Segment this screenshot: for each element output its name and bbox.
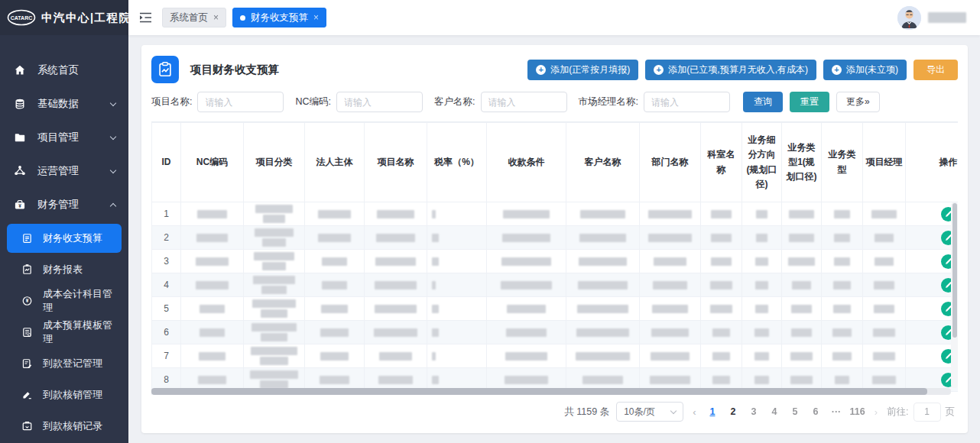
redacted-value <box>375 305 417 313</box>
budget-card: 项目财务收支预算 +添加(正常按月填报)+添加(已立项,预算月无收入,有成本)+… <box>141 45 968 433</box>
svg-text:CATARC: CATARC <box>11 15 33 21</box>
menu-fold-icon[interactable] <box>139 12 152 23</box>
search-button[interactable]: 查询 <box>743 92 783 112</box>
redacted-cell <box>640 273 701 297</box>
goto-page-input[interactable] <box>913 403 941 422</box>
redacted-cell <box>305 344 365 368</box>
redacted-value <box>376 234 415 242</box>
filter-fields: 项目名称:NC编码:客户名称:市场经理名称: <box>151 92 741 112</box>
redacted-value <box>198 376 226 384</box>
add-button-2[interactable]: +添加(已立项,预算月无收入,有成本) <box>645 60 816 80</box>
sidebar-subitem-coin[interactable]: ¥成本会计科目管理 <box>7 286 122 315</box>
chevron-down-icon <box>110 167 116 173</box>
verify-icon <box>21 390 33 401</box>
brand-logo: CATARC 中汽中心|工程院 <box>0 0 128 35</box>
close-icon[interactable]: × <box>213 13 219 22</box>
redacted-cell <box>701 344 742 368</box>
avatar[interactable] <box>897 6 921 30</box>
filter-input-1[interactable] <box>197 92 284 112</box>
ellipsis-more-pages[interactable]: ··· <box>829 406 844 417</box>
redacted-cell <box>244 202 305 226</box>
sidebar-item-home[interactable]: 系统首页 <box>0 53 128 87</box>
redacted-value <box>791 305 812 313</box>
tab-inactive[interactable]: 系统首页× <box>162 8 226 27</box>
redacted-value <box>789 210 813 218</box>
redacted-value <box>833 281 851 289</box>
redacted-value <box>322 281 348 289</box>
redacted-cell <box>863 321 906 344</box>
redacted-value <box>755 281 768 289</box>
redacted-cell <box>305 321 365 344</box>
next-page-button[interactable]: › <box>872 406 880 418</box>
close-icon[interactable]: × <box>313 13 319 22</box>
add-button-3[interactable]: +添加(未立项) <box>823 60 907 80</box>
redacted-cell <box>822 250 863 273</box>
report-icon <box>21 264 33 276</box>
page-number-3[interactable]: 3 <box>747 406 761 417</box>
redacted-cell <box>782 273 822 297</box>
export-button[interactable]: 导出 <box>913 60 958 80</box>
reset-button[interactable]: 重置 <box>790 92 829 112</box>
vertical-scrollbar-thumb[interactable] <box>952 203 957 338</box>
redacted-cell <box>742 297 782 321</box>
page-number-5[interactable]: 5 <box>788 406 803 417</box>
redacted-cell <box>427 297 487 321</box>
page-number-1[interactable]: 1 <box>706 406 720 417</box>
redacted-cell <box>822 344 863 368</box>
prev-page-button[interactable]: ‹ <box>690 406 698 418</box>
page-number-6[interactable]: 6 <box>809 406 823 417</box>
redacted-value <box>502 234 550 242</box>
redacted-cell <box>701 226 742 250</box>
redacted-cell <box>701 273 742 297</box>
redacted-value <box>788 257 815 266</box>
redacted-cell <box>365 202 427 226</box>
filter-input-3[interactable] <box>481 92 567 112</box>
page-number-4[interactable]: 4 <box>767 406 782 417</box>
tab-active[interactable]: 财务收支预算× <box>232 8 326 27</box>
redacted-value <box>834 234 850 242</box>
redacted-value <box>791 328 813 337</box>
redacted-value <box>260 357 287 365</box>
sidebar-item-folder[interactable]: 项目管理 <box>0 121 128 154</box>
redacted-value <box>320 376 349 384</box>
redacted-value <box>262 262 287 270</box>
horizontal-scrollbar[interactable] <box>151 388 951 395</box>
redacted-value <box>582 376 623 384</box>
sidebar-subitem-label: 到款核销记录 <box>43 419 102 433</box>
redacted-cell <box>701 202 742 226</box>
redacted-cell <box>305 202 365 226</box>
sidebar-item-network[interactable]: 运营管理 <box>0 154 128 188</box>
redacted-value <box>322 257 347 266</box>
redacted-value <box>874 305 895 313</box>
column-header: ID <box>152 123 181 202</box>
table-row: 6 <box>152 321 959 344</box>
sidebar-subitem-register[interactable]: 到款登记管理 <box>7 349 122 378</box>
table-row: 5 <box>152 297 959 321</box>
page-number-2[interactable]: 2 <box>726 406 741 417</box>
filter-input-2[interactable] <box>336 92 423 112</box>
redacted-cell <box>427 273 487 297</box>
sidebar-subitem-report[interactable]: 财务报表 <box>7 255 122 284</box>
sidebar-subitem-record[interactable]: 到款核销记录 <box>7 412 122 441</box>
add-button-1[interactable]: +添加(正常按月填报) <box>527 60 638 80</box>
redacted-value <box>874 281 894 289</box>
redacted-cell <box>863 202 906 226</box>
plus-icon: + <box>536 65 546 75</box>
redacted-value <box>578 281 628 289</box>
sidebar-subitem-verify[interactable]: 到款核销管理 <box>7 380 122 409</box>
redacted-cell <box>863 226 906 250</box>
sidebar-item-database[interactable]: 基础数据 <box>0 87 128 121</box>
more-filters-button[interactable]: 更多» <box>836 92 880 112</box>
vertical-scrollbar[interactable] <box>951 202 958 388</box>
filter-input-4[interactable] <box>644 92 730 112</box>
redacted-cell <box>566 297 640 321</box>
page-number-last[interactable]: 116 <box>850 406 865 417</box>
page-size-select[interactable]: 10条/页 <box>616 402 683 422</box>
horizontal-scrollbar-thumb[interactable] <box>151 388 927 395</box>
sidebar-item-finance[interactable]: ¥财务管理 <box>0 188 128 222</box>
topbar: 系统首页×财务收支预算× <box>128 0 980 35</box>
redacted-value <box>196 257 228 266</box>
sidebar-subitem-template[interactable]: 成本预算模板管理 <box>7 318 122 347</box>
row-id: 7 <box>152 344 181 368</box>
sidebar-subitem-budget[interactable]: 财务收支预算 <box>7 224 122 253</box>
